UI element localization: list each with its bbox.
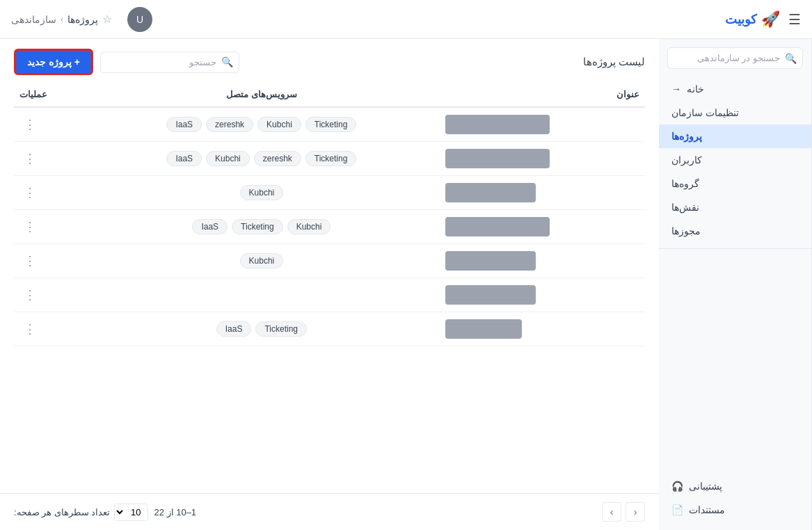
pagination-nav: ‹ › [602,502,645,522]
menu-icon[interactable]: ☰ [788,11,801,28]
star-icon[interactable]: ☆ [102,13,112,26]
actions-cell: ⋮ [14,244,83,278]
service-tag: Kubchi [240,185,284,200]
sidebar-item-users[interactable]: کاربران [659,148,811,172]
brand-icon: 🚀 [761,10,780,29]
row-actions-menu-button[interactable]: ⋮ [19,252,40,269]
avatar: U [127,7,152,32]
service-tag: Kubchi [240,253,284,268]
brand: 🚀 کوبیت [725,10,780,29]
search-input[interactable] [100,51,239,73]
sidebar-item-docs[interactable]: مستندات 📄 [659,498,811,522]
service-tag: IaaS [192,219,228,234]
table-row: TicketingIaaS⋮ [14,312,645,346]
sidebar-search-wrapper: 🔍 [667,47,803,69]
brand-name: کوبیت [725,12,757,27]
pagination-range: 1–10 از 22 [154,507,196,517]
title-cell [440,176,645,210]
services-cell: KubchiTicketingIaaS [83,210,440,244]
services-cell: Kubchi [83,244,440,278]
sidebar-item-support[interactable]: پشتیبانی 🎧 [659,474,811,498]
sidebar-search-input[interactable] [667,47,803,69]
row-actions-menu-button[interactable]: ⋮ [19,150,40,167]
avatar-initials: U [136,14,143,25]
header-center: U ☆ پروژه‌ها › سازماندهی [11,7,152,32]
header-left: ☰ 🚀 کوبیت [725,10,801,29]
sidebar-item-org-settings[interactable]: تنظیمات سازمان [659,101,811,125]
table-row: TicketingzereshkKubchiIaaS⋮ [14,142,645,176]
title-cell [440,244,645,278]
docs-icon: 📄 [671,504,683,515]
pagination-per-page: 10 25 50 تعداد سطرهای هر صفحه: [14,504,148,521]
breadcrumb-separator: › [61,15,63,24]
sidebar-item-projects[interactable]: پروژه‌ها [659,125,811,148]
per-page-label: تعداد سطرهای هر صفحه: [14,507,110,517]
sidebar-item-label: خانه [687,83,704,95]
actions-cell: ⋮ [14,278,83,312]
search-box: 🔍 [100,51,239,73]
table-row: TicketingKubchizereshkIaaS⋮ [14,107,645,142]
service-tag: Kubchi [287,219,331,234]
content-area: لیست پروژه‌ها 🔍 + پروژه جدید عنوان سرویس… [0,39,659,530]
service-tag: IaaS [166,117,202,132]
actions-cell: ⋮ [14,176,83,210]
prev-page-button[interactable]: ‹ [626,502,645,522]
title-cell [440,142,645,176]
title-cell [440,210,645,244]
breadcrumb: ☆ پروژه‌ها › سازماندهی [11,13,112,26]
services-cell: TicketingKubchizereshkIaaS [83,107,440,142]
sidebar-item-home[interactable]: خانه → [659,77,811,101]
sidebar-item-roles[interactable]: نقش‌ها [659,195,811,219]
page-title: لیست پروژه‌ها [583,56,645,68]
table-row: ⋮ [14,278,645,312]
sidebar-item-label: پروژه‌ها [671,131,702,142]
service-tag: zereshk [254,151,301,166]
sidebar-item-groups[interactable]: گروه‌ها [659,172,811,195]
service-tag: IaaS [166,151,202,166]
actions-cell: ⋮ [14,142,83,176]
service-tag: Ticketing [255,321,307,337]
sidebar-bottom: پشتیبانی 🎧 مستندات 📄 [659,474,811,522]
row-actions-menu-button[interactable]: ⋮ [19,321,40,337]
services-cell [83,278,440,312]
col-header-services: سرویس‌های متصل [83,82,440,107]
top-header: ☰ 🚀 کوبیت U ☆ پروژه‌ها › سازماندهی [0,0,812,39]
main-layout: 🔍 خانه → تنظیمات سازمان پروژه‌ها کاربران… [0,39,812,530]
sidebar-divider [659,248,811,249]
breadcrumb-current: پروژه‌ها [67,14,98,25]
table-row: KubchiTicketingIaaS⋮ [14,210,645,244]
row-actions-menu-button[interactable]: ⋮ [19,218,40,235]
title-cell [440,278,645,312]
sidebar: 🔍 خانه → تنظیمات سازمان پروژه‌ها کاربران… [659,39,812,530]
sidebar-search-icon: 🔍 [785,53,797,64]
actions-cell: ⋮ [14,312,83,346]
service-tag: IaaS [216,321,252,337]
row-actions-menu-button[interactable]: ⋮ [19,287,40,303]
services-cell: TicketingIaaS [83,312,440,346]
search-icon: 🔍 [221,56,233,67]
services-cell: TicketingzereshkKubchiIaaS [83,142,440,176]
sidebar-item-label: مستندات [689,504,725,515]
sidebar-item-label: کاربران [671,154,702,166]
service-tag: Kubchi [206,151,250,166]
table-row: Kubchi⋮ [14,244,645,278]
row-actions-menu-button[interactable]: ⋮ [19,184,40,201]
table-row: Kubchi⋮ [14,176,645,210]
service-tag: Ticketing [232,219,283,234]
per-page-select[interactable]: 10 25 50 [114,504,148,521]
service-tag: Kubchi [257,117,301,132]
sidebar-item-label: پشتیبانی [689,481,722,492]
service-tag: zereshk [206,117,253,132]
sidebar-item-permissions[interactable]: مجوزها [659,219,811,243]
sidebar-item-label: تنظیمات سازمان [671,107,739,118]
toolbar-left: 🔍 + پروژه جدید [14,49,239,75]
row-actions-menu-button[interactable]: ⋮ [19,116,40,133]
pagination: ‹ › 1–10 از 22 10 25 50 تعداد سطرهای هر … [0,493,659,530]
title-cell [440,312,645,346]
new-project-button[interactable]: + پروژه جدید [14,49,93,75]
table-header-row: عنوان سرویس‌های متصل عملیات [14,82,645,107]
title-cell [440,107,645,142]
actions-cell: ⋮ [14,107,83,142]
next-page-button[interactable]: › [602,502,621,522]
support-icon: 🎧 [671,481,683,492]
